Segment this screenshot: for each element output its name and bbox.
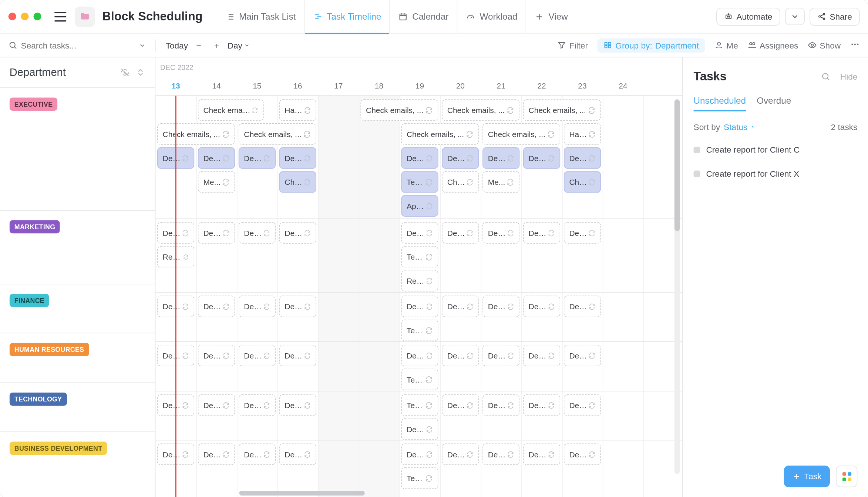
timeline-task[interactable]: Dee... <box>523 296 560 317</box>
sort-value[interactable]: Status <box>724 122 756 132</box>
timeline-task[interactable]: Che... <box>279 171 316 193</box>
timeline-task[interactable]: Check emails, ... <box>157 123 235 145</box>
new-task-button[interactable]: Task <box>784 466 830 487</box>
timeline-task[interactable]: Tea... <box>401 171 438 193</box>
tab-main-task-list[interactable]: Main Task List <box>217 0 304 33</box>
timeline-task[interactable]: Dee... <box>279 296 316 317</box>
tab-workload[interactable]: Workload <box>457 0 526 33</box>
window-minimize[interactable] <box>21 13 29 20</box>
timeline-task[interactable]: Dee... <box>198 394 235 416</box>
automate-dropdown[interactable] <box>785 8 804 25</box>
timeline-task[interactable]: Dee... <box>482 222 519 244</box>
timeline-task[interactable]: Dee... <box>401 345 438 366</box>
folder-icon[interactable] <box>75 6 95 27</box>
window-zoom[interactable] <box>33 13 41 20</box>
scrollbar-vertical[interactable] <box>674 99 680 474</box>
timeline-task[interactable]: Dee... <box>442 345 479 366</box>
timeline-task[interactable]: Tea... <box>401 394 438 416</box>
timeline-task[interactable]: Dee... <box>239 394 276 416</box>
timeline-task[interactable]: Che... <box>564 171 601 193</box>
day-header[interactable]: 13 <box>155 81 196 90</box>
timeline-task[interactable]: Che... <box>442 171 479 193</box>
timeline-task[interactable]: Dee... <box>564 394 601 416</box>
timeline-task[interactable]: Dee... <box>442 222 479 244</box>
timeline-task[interactable]: Dee... <box>523 345 560 366</box>
department-row[interactable]: MARKETING <box>0 211 155 284</box>
timeline-task[interactable]: Dee... <box>198 443 235 465</box>
timeline-task[interactable]: Dee... <box>564 222 601 244</box>
timeline-task[interactable]: Dee... <box>198 296 235 317</box>
timeline-task[interactable]: Dee... <box>239 443 276 465</box>
timeline-task[interactable]: Dee... <box>442 147 479 169</box>
timeline-task[interactable]: Dee... <box>482 345 519 366</box>
timeline-task[interactable]: Dee... <box>482 147 519 169</box>
timeline-task[interactable]: Tea... <box>401 246 438 267</box>
timeline-task[interactable]: Dee... <box>279 147 316 169</box>
timeline-task[interactable]: Dee... <box>482 394 519 416</box>
timeline-task[interactable]: App... <box>401 195 438 217</box>
hamburger-icon[interactable] <box>54 12 66 21</box>
tab-overdue[interactable]: Overdue <box>757 95 791 111</box>
timeline-task[interactable]: Me... <box>482 171 519 193</box>
more-icon[interactable] <box>850 40 860 51</box>
zoom-level-select[interactable]: Day <box>228 40 250 50</box>
scrollbar-horizontal[interactable] <box>239 491 364 496</box>
me-button[interactable]: Me <box>714 40 738 50</box>
timeline-task[interactable]: Dee... <box>239 222 276 244</box>
group-by-button[interactable]: Group by: Department <box>598 38 705 53</box>
timeline-task[interactable]: Dee... <box>442 443 479 465</box>
timeline-task[interactable]: Dee... <box>564 147 601 169</box>
timeline-task[interactable]: Check emails, ... <box>401 123 479 145</box>
timeline-task[interactable]: Dee... <box>564 296 601 317</box>
task-item[interactable]: Create report for Client X <box>694 164 858 183</box>
department-row[interactable]: FINANCE <box>0 284 155 334</box>
timeline-task[interactable]: Dee... <box>523 394 560 416</box>
timeline-task[interactable]: Check emails, ... <box>523 99 601 121</box>
show-button[interactable]: Show <box>808 40 841 50</box>
timeline-task[interactable]: Dee... <box>564 345 601 366</box>
department-row[interactable]: HUMAN RESOURCES <box>0 333 155 383</box>
timeline-task[interactable]: Tea... <box>401 320 438 341</box>
timeline-task[interactable]: Dee... <box>239 345 276 366</box>
timeline-task[interactable]: Tea... <box>401 368 438 390</box>
timeline-task[interactable]: Me... <box>198 171 235 193</box>
tab-unscheduled[interactable]: Unscheduled <box>694 95 746 111</box>
timeline-task[interactable]: Dee... <box>523 443 560 465</box>
day-header[interactable]: 21 <box>481 81 521 90</box>
timeline-task[interactable]: Dee... <box>564 443 601 465</box>
timeline-task[interactable]: Check emails, ... <box>239 123 316 145</box>
timeline-task[interactable]: Dee... <box>401 296 438 317</box>
timeline-task[interactable]: Check emails, ... <box>360 99 438 121</box>
day-header[interactable]: 14 <box>196 81 237 90</box>
day-header[interactable]: 18 <box>359 81 400 90</box>
day-header[interactable]: 20 <box>440 81 481 90</box>
hide-button[interactable]: Hide <box>840 71 858 81</box>
department-row[interactable]: EXECUTIVE <box>0 88 155 211</box>
apps-button[interactable] <box>836 466 857 487</box>
timeline-task[interactable]: Dee... <box>279 345 316 366</box>
timeline-task[interactable]: Dee... <box>401 418 438 440</box>
chevron-down-icon[interactable] <box>139 41 146 49</box>
day-header[interactable]: 24 <box>603 81 643 90</box>
timeline-task[interactable]: Check emails, ... <box>482 123 560 145</box>
automate-button[interactable]: Automate <box>716 7 780 25</box>
department-row[interactable]: TECHNOLOGY <box>0 383 155 432</box>
day-header[interactable]: 23 <box>562 81 603 90</box>
timeline-task[interactable]: Hav... <box>564 123 601 145</box>
search-input[interactable] <box>21 40 135 50</box>
tab-calendar[interactable]: Calendar <box>390 0 457 33</box>
timeline-task[interactable]: Dee... <box>401 147 438 169</box>
filter-button[interactable]: Filter <box>557 40 588 50</box>
timeline-task[interactable]: Dee... <box>279 394 316 416</box>
timeline-task[interactable]: Dee... <box>239 296 276 317</box>
timeline-task[interactable]: Tea... <box>401 467 438 489</box>
task-item[interactable]: Create report for Client C <box>694 140 858 159</box>
today-button[interactable]: Today <box>166 40 188 50</box>
department-row[interactable]: BUSINESS DEVELOPMENT <box>0 432 155 497</box>
timeline-task[interactable]: Dee... <box>401 222 438 244</box>
timeline-task[interactable]: Check emails, ... <box>198 99 263 121</box>
timeline-task[interactable]: Dee... <box>482 443 519 465</box>
day-header[interactable]: 17 <box>318 81 359 90</box>
timeline-task[interactable]: Dee... <box>523 147 560 169</box>
timeline-task[interactable]: Dee... <box>442 394 479 416</box>
